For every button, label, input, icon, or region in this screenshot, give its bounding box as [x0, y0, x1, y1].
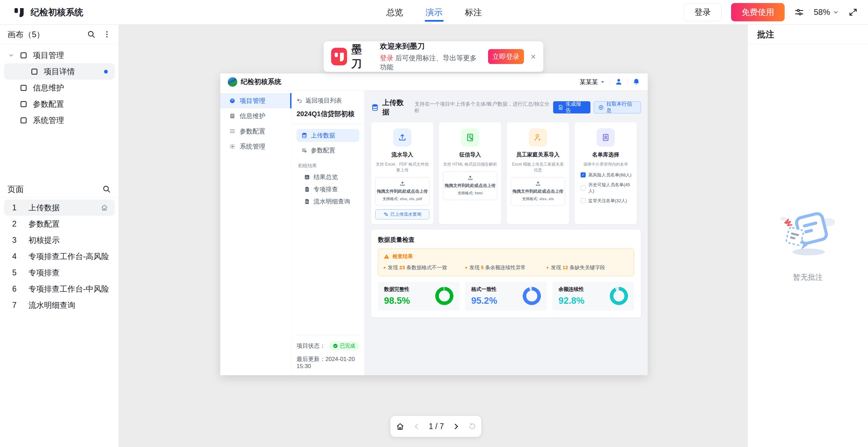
result-menu-overview[interactable]: 结果总览 — [297, 171, 359, 183]
search-icon[interactable] — [102, 185, 111, 194]
finding-item: 发现 5 条余额连续性异常 — [465, 264, 547, 271]
formats-text: 支持格式: xlsx, xls — [512, 196, 563, 201]
page-item-5[interactable]: 5 专项排查 — [4, 264, 115, 281]
checkbox-checked-icon[interactable]: ✓ — [581, 172, 586, 177]
metric-label: 数据完整性 — [384, 286, 410, 293]
canvas-item-label: 参数配置 — [33, 99, 64, 109]
dropzone-credit[interactable]: 拖拽文件到此处或点击上传 支持格式: html — [443, 171, 497, 200]
option-label: 高风险人员名单(68人) — [588, 172, 631, 178]
home-button[interactable] — [396, 422, 405, 431]
generate-report-button[interactable]: 生成报告 — [553, 101, 590, 113]
page-item-2[interactable]: 2 参数配置 — [4, 216, 115, 232]
annotation-panel-title: 批注 — [748, 25, 868, 44]
project-menu-upload-data[interactable]: 上传数据 — [297, 129, 359, 142]
nav-item-info-maintenance[interactable]: 信息维护 — [220, 108, 291, 124]
drop-text: 拖拽文件到此处或点击上传 — [377, 189, 428, 194]
book-icon — [229, 113, 236, 119]
tab-annotation[interactable]: 标注 — [465, 0, 482, 24]
user-profile-icon[interactable] — [615, 78, 623, 86]
free-use-button[interactable]: 免费使用 — [731, 3, 785, 21]
nav-item-project-management[interactable]: 项目管理 — [220, 93, 291, 108]
canvas-item-label: 系统管理 — [33, 115, 64, 126]
tab-overview[interactable]: 总览 — [386, 0, 403, 24]
search-icon[interactable] — [87, 30, 96, 39]
checkbox-unchecked-icon[interactable] — [581, 198, 586, 203]
nav-label: 项目管理 — [240, 97, 265, 105]
canvas-item-parameter-config[interactable]: 参数配置 — [4, 96, 115, 112]
result-section-label: 初核结果 — [298, 163, 359, 169]
cube-icon — [229, 98, 236, 104]
list-option-high-risk[interactable]: ✓ 高风险人员名单(68人) — [581, 172, 633, 178]
donut-gauge — [435, 287, 453, 305]
drop-text: 拖拽文件到此处或点击上传 — [445, 183, 496, 189]
fetch-bank-info-button[interactable]: 拉取本行信息 — [594, 101, 641, 113]
filter-lines-icon — [229, 128, 236, 134]
menu-label: 结果总览 — [314, 173, 338, 181]
content-title: 上传数据 — [382, 98, 410, 117]
person-plus-icon — [529, 128, 547, 147]
nav-label: 系统管理 — [240, 142, 265, 151]
checkbox-unchecked-icon[interactable] — [581, 185, 586, 190]
uploaded-flow-query-button[interactable]: 已上传流水查询 — [375, 209, 429, 219]
page-indicator: 1 / 7 — [429, 422, 444, 431]
login-button[interactable]: 登录 — [684, 3, 722, 21]
canvas-item-system-management[interactable]: 系统管理 — [4, 112, 115, 128]
more-options-icon[interactable] — [103, 30, 111, 39]
banner-login-link[interactable]: 登录 — [380, 54, 393, 62]
warning-title: 检查结果 — [392, 253, 413, 260]
page-item-3[interactable]: 3 初核提示 — [4, 232, 115, 248]
page-number: 3 — [12, 236, 22, 245]
canvas-item-info-maintenance[interactable]: 信息维护 — [4, 80, 115, 96]
previous-page-button[interactable] — [413, 423, 421, 430]
canvas-item-project-detail[interactable]: 项目详情 — [4, 63, 115, 80]
mode-tabs: 总览 演示 标注 — [386, 0, 482, 24]
nav-label: 信息维护 — [240, 112, 265, 121]
import-card-family: 员工家庭关系导入 Excel 模板上传员工家庭关系信息 拖拽文件到此处或点击上传… — [507, 122, 569, 224]
result-menu-flow-detail-query[interactable]: 流水明细查询 — [297, 195, 359, 208]
nav-item-parameter-config[interactable]: 参数配置 — [220, 124, 291, 139]
window-title: 纪检初核系统 — [31, 6, 83, 18]
back-to-project-list[interactable]: 返回项目列表 — [297, 97, 359, 105]
project-title: 2024Q1信贷部初核 — [297, 109, 359, 119]
tab-presentation[interactable]: 演示 — [426, 0, 443, 24]
close-icon[interactable]: × — [531, 51, 536, 62]
page-item-4[interactable]: 4 专项排查工作台-高风险 — [4, 248, 115, 264]
fullscreen-icon[interactable] — [848, 7, 858, 17]
page-label: 专项排查 — [28, 268, 60, 278]
page-item-6[interactable]: 6 专项排查工作台-中风险 — [4, 281, 115, 297]
button-label: 已上传流水查询 — [390, 211, 421, 217]
page-item-7[interactable]: 7 流水明细查询 — [4, 297, 115, 313]
metric-label: 格式一致性 — [471, 286, 497, 293]
list-option-regulator-watch[interactable]: 监管关注名单(32人) — [581, 198, 633, 204]
project-menu-parameter-config[interactable]: 参数配置 — [297, 144, 359, 157]
page-label: 参数配置 — [28, 219, 60, 229]
result-menu-special-check[interactable]: 专项排查 — [297, 183, 359, 195]
modao-brand-text: 墨刀 — [351, 42, 371, 71]
dropzone-flow[interactable]: 拖拽文件到此处或点击上传 支持格式: xlsx, xls, pdf — [375, 177, 429, 206]
dropzone-family[interactable]: 拖拽文件到此处或点击上传 支持格式: xlsx, xls — [511, 177, 565, 206]
chevron-down-icon — [8, 52, 14, 58]
upload-icon — [467, 175, 473, 181]
database-icon — [301, 132, 307, 139]
id-card-icon — [597, 128, 615, 147]
page-item-1[interactable]: 1 上传数据 — [4, 199, 115, 216]
app-logo — [228, 77, 237, 87]
canvas-tree: 项目管理 项目详情 信息维护 参数配置 系统管理 — [0, 47, 119, 128]
restart-button[interactable] — [468, 422, 476, 430]
user-dropdown[interactable]: 某某某 — [580, 78, 605, 86]
canvas-item-project-management[interactable]: 项目管理 — [4, 47, 115, 63]
page-number: 4 — [12, 252, 22, 261]
preferences-icon[interactable] — [794, 7, 804, 17]
nav-item-system-management[interactable]: 系统管理 — [220, 139, 291, 154]
notification-bell-icon[interactable] — [632, 78, 640, 86]
next-page-button[interactable] — [452, 423, 460, 430]
login-now-button[interactable]: 立即登录 — [488, 49, 524, 64]
canvas-section-title: 画布（5） — [7, 29, 44, 40]
canvas-item-label: 信息维护 — [33, 83, 64, 93]
chevron-down-icon — [833, 9, 839, 15]
list-option-history-suspect[interactable]: 历史可疑人员名单(45人) — [581, 182, 633, 194]
card-desc: Excel 模板上传员工家庭关系信息 — [511, 162, 565, 173]
import-card-credit: 征信导入 支持 HTML 格式征信报告解析 拖拽文件到此处或点击上传 支持格式:… — [439, 122, 501, 224]
zoom-level-dropdown[interactable]: 58% — [814, 7, 839, 17]
metric-balance-continuity: 余额连续性 92.8% — [552, 282, 634, 311]
